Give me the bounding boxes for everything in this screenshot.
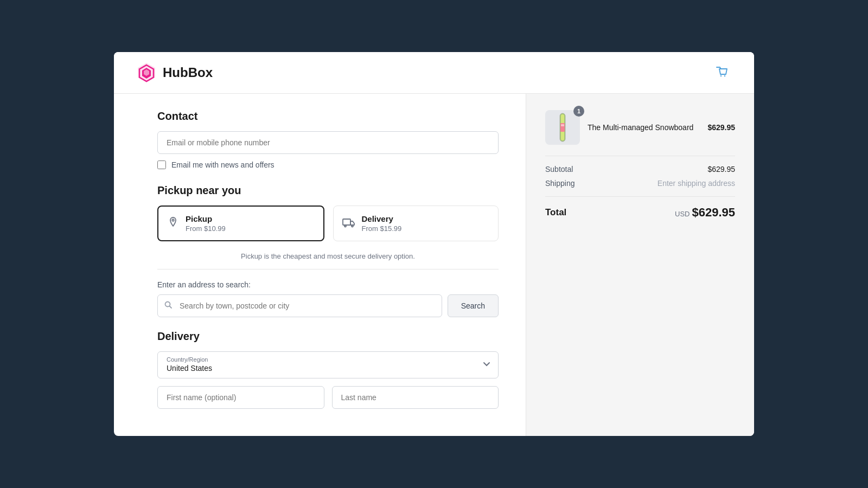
name-row [157,386,499,409]
delivery-title: Delivery [157,330,499,343]
svg-line-11 [170,306,172,309]
search-input-wrapper [157,294,442,317]
country-select-wrapper: Country/Region United States [157,351,499,378]
delivery-truck-icon [342,217,355,230]
delivery-details: Delivery From $15.99 [362,214,402,233]
subtotal-value: $629.95 [707,165,735,174]
product-image [545,110,580,145]
newsletter-label: Email me with news and offers [171,160,275,169]
svg-point-4 [720,75,722,76]
total-currency: USD [675,210,690,218]
logo: HubBox [136,62,213,84]
pickup-option-delivery[interactable]: Delivery From $15.99 [333,206,499,241]
left-panel: Contact Email me with news and offers Pi… [114,94,526,436]
total-amount: $629.95 [692,206,735,219]
product-price: $629.95 [707,123,735,132]
pickup-section: Pickup near you Pickup From $10.99 [157,184,499,317]
subtotal-row: Subtotal $629.95 [545,165,735,174]
cart-button[interactable] [713,62,732,84]
product-image-wrapper: 1 [545,110,580,145]
contact-section: Contact Email me with news and offers [157,110,499,169]
search-button[interactable]: Search [448,294,499,317]
newsletter-row: Email me with news and offers [157,160,499,169]
newsletter-checkbox[interactable] [157,160,166,169]
svg-rect-15 [561,124,564,126]
shipping-label: Shipping [545,179,575,188]
pickup-note: Pickup is the cheapest and most secure d… [157,252,499,269]
page-container: HubBox Contact Email me with news and of… [114,52,754,436]
product-quantity-badge: 1 [573,106,584,117]
pickup-option-pickup[interactable]: Pickup From $10.99 [157,206,324,241]
svg-point-5 [724,75,725,76]
last-name-input[interactable] [332,386,499,409]
subtotal-label: Subtotal [545,165,573,174]
svg-point-8 [344,225,346,227]
main-content: Contact Email me with news and offers Pi… [114,94,754,436]
search-address-label: Enter an address to search: [157,280,499,289]
pickup-name: Pickup [186,214,226,223]
svg-point-9 [352,225,353,227]
first-name-input[interactable] [157,386,324,409]
total-value: USD$629.95 [675,206,735,220]
total-label: Total [545,207,566,218]
total-row: Total USD$629.95 [545,206,735,220]
divider-2 [545,196,735,197]
country-value: United States [167,356,489,373]
contact-title: Contact [157,110,499,123]
country-select[interactable]: Country/Region United States [157,351,499,378]
pickup-price: From $10.99 [186,224,226,233]
svg-rect-7 [343,219,350,225]
search-row: Search [157,294,499,317]
search-icon [164,300,173,311]
location-search-input[interactable] [157,294,442,317]
email-input[interactable] [157,131,499,154]
header: HubBox [114,52,754,94]
shipping-value: Enter shipping address [658,179,735,188]
brand-name: HubBox [163,65,213,80]
shipping-row: Shipping Enter shipping address [545,179,735,188]
pickup-title: Pickup near you [157,184,499,197]
hubbox-logo-icon [136,62,157,84]
delivery-section: Delivery Country/Region United States [157,330,499,409]
pickup-details: Pickup From $10.99 [186,214,226,233]
svg-point-6 [172,219,174,221]
order-item: 1 The Multi-managed Snowboard $629.95 [545,110,735,145]
cart-icon [715,65,730,80]
right-panel: 1 The Multi-managed Snowboard $629.95 Su… [526,94,754,436]
divider-1 [545,156,735,156]
product-snowboard-svg [552,112,573,143]
pickup-options: Pickup From $10.99 [157,206,499,241]
product-name: The Multi-managed Snowboard [588,123,700,132]
delivery-name: Delivery [362,214,402,223]
delivery-price: From $15.99 [362,224,402,233]
location-pin-icon [167,216,179,231]
